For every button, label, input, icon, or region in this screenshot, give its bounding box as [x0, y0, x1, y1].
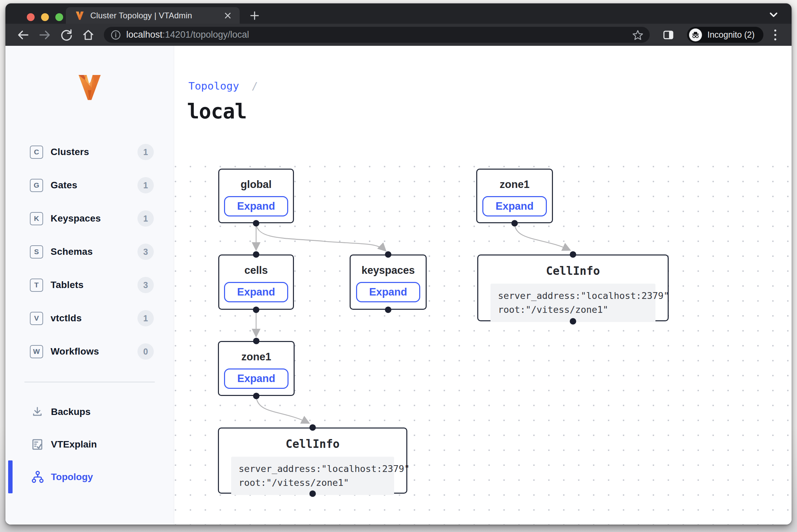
address-bar[interactable]: localhost:14201/topology/local	[104, 27, 650, 43]
tab-search-chevron-icon[interactable]	[768, 10, 779, 20]
new-tab-button[interactable]	[247, 8, 262, 23]
incognito-icon	[691, 31, 700, 39]
reload-button[interactable]	[56, 26, 77, 44]
active-nav-indicator	[8, 460, 13, 493]
expand-button[interactable]: Expand	[224, 196, 289, 216]
node-title: zone1	[477, 178, 552, 191]
side-panel-icon[interactable]	[663, 29, 674, 41]
count-badge: 1	[137, 210, 154, 227]
plus-icon	[249, 10, 260, 21]
count-badge: 1	[137, 177, 154, 193]
sidebar-item-gates[interactable]: G Gates 1	[5, 169, 174, 202]
sidebar: C Clusters 1 G Gates 1 K Keyspaces 1	[5, 46, 174, 525]
sidebar-item-clusters[interactable]: C Clusters 1	[5, 135, 174, 169]
tab-title: Cluster Topology | VTAdmin	[90, 11, 192, 20]
count-badge: 0	[137, 343, 154, 360]
sidebar-item-label: Schemas	[51, 246, 93, 257]
sidebar-item-tablets[interactable]: T Tablets 3	[5, 268, 174, 302]
incognito-badge[interactable]: Incognito (2)	[687, 27, 763, 43]
back-button[interactable]	[12, 26, 34, 44]
clusters-letter-icon: C	[30, 146, 43, 159]
window-maximize-button[interactable]	[55, 13, 63, 21]
vitess-favicon-icon	[75, 11, 85, 21]
expand-button[interactable]: Expand	[356, 282, 421, 302]
browser-window: Cluster Topology | VTAdmin	[5, 3, 792, 525]
back-arrow-icon	[16, 28, 30, 42]
node-global: global Expand	[218, 169, 294, 223]
url-host: localhost	[126, 30, 163, 40]
browser-menu-button[interactable]	[774, 30, 777, 40]
topology-canvas[interactable]: global Expand zone1 Expand cells Expand …	[174, 154, 792, 525]
home-button[interactable]	[77, 26, 99, 44]
window-close-button[interactable]	[27, 13, 35, 21]
cellinfo-server-address: server_address:"localhost:2379"	[239, 462, 387, 476]
reload-icon	[60, 28, 73, 42]
keyspaces-letter-icon: K	[30, 212, 43, 225]
cellinfo-code: server_address:"localhost:2379" root:"/v…	[490, 284, 655, 322]
sidebar-item-label: Workflows	[51, 346, 99, 357]
node-cells: cells Expand	[218, 254, 294, 310]
sidebar-tools: Backups VTExplain	[5, 396, 174, 493]
sidebar-item-label: Tablets	[51, 280, 84, 290]
gates-letter-icon: G	[30, 179, 43, 192]
node-zone1-right: zone1 Expand	[476, 169, 553, 223]
sidebar-item-label: Keyspaces	[51, 213, 101, 224]
download-icon	[31, 405, 44, 419]
incognito-label: Incognito (2)	[707, 30, 755, 40]
sidebar-item-label: VTExplain	[51, 439, 97, 450]
schemas-letter-icon: S	[30, 245, 43, 259]
count-badge: 3	[137, 244, 154, 260]
sidebar-item-label: Gates	[51, 180, 77, 191]
tab-strip: Cluster Topology | VTAdmin	[5, 3, 792, 24]
edge-zone1-cellinfo-right	[515, 224, 570, 250]
browser-toolbar: localhost:14201/topology/local	[5, 24, 792, 46]
forward-button[interactable]	[34, 26, 56, 44]
node-cellinfo-right: CellInfo server_address:"localhost:2379"…	[477, 254, 669, 321]
window-minimize-button[interactable]	[41, 13, 49, 21]
sidebar-item-schemas[interactable]: S Schemas 3	[5, 235, 174, 268]
expand-button[interactable]: Expand	[482, 196, 547, 216]
sidebar-item-label: Clusters	[51, 147, 89, 157]
tab-close-icon[interactable]	[223, 11, 232, 20]
expand-button[interactable]: Expand	[224, 282, 289, 302]
sidebar-item-backups[interactable]: Backups	[5, 396, 174, 428]
sidebar-nav: C Clusters 1 G Gates 1 K Keyspaces 1	[5, 135, 174, 368]
node-title: keyspaces	[351, 264, 426, 277]
document-check-icon	[31, 438, 44, 451]
sidebar-item-vtexplain[interactable]: VTExplain	[5, 428, 174, 461]
sidebar-item-topology[interactable]: Topology	[5, 461, 174, 493]
topology-icon	[31, 470, 44, 484]
node-title: cells	[219, 264, 293, 277]
sidebar-item-label: vtctlds	[51, 313, 82, 324]
node-title: CellInfo	[478, 264, 668, 278]
node-title: global	[219, 178, 293, 191]
sidebar-item-label: Topology	[51, 472, 93, 482]
cellinfo-root: root:"/vitess/zone1"	[239, 476, 387, 490]
count-badge: 1	[137, 310, 154, 326]
breadcrumb: Topology /	[188, 80, 258, 92]
vtctlds-letter-icon: V	[30, 312, 43, 325]
browser-tab[interactable]: Cluster Topology | VTAdmin	[66, 7, 240, 24]
node-keyspaces: keyspaces Expand	[350, 254, 427, 310]
breadcrumb-topology-link[interactable]: Topology	[188, 80, 239, 92]
expand-button[interactable]: Expand	[224, 368, 289, 389]
tablets-letter-icon: T	[30, 279, 43, 292]
bookmark-star-icon[interactable]	[632, 29, 644, 41]
sidebar-item-vtctlds[interactable]: V vtctlds 1	[5, 302, 174, 335]
node-cellinfo-bottom: CellInfo server_address:"localhost:2379"…	[218, 428, 407, 494]
sidebar-divider	[24, 382, 155, 382]
node-title: zone1	[219, 351, 294, 363]
url-text: localhost:14201/topology/local	[126, 30, 249, 40]
node-zone1-left: zone1 Expand	[218, 341, 295, 396]
sidebar-item-label: Backups	[51, 406, 91, 417]
sidebar-item-keyspaces[interactable]: K Keyspaces 1	[5, 202, 174, 235]
node-title: CellInfo	[219, 437, 406, 451]
count-badge: 3	[137, 277, 154, 293]
site-info-icon[interactable]	[111, 30, 121, 40]
edge-zone1-cellinfo-bottom	[256, 397, 309, 423]
cellinfo-code: server_address:"localhost:2379" root:"/v…	[231, 457, 394, 495]
sidebar-item-workflows[interactable]: W Workflows 0	[5, 335, 174, 368]
workflows-letter-icon: W	[30, 345, 43, 358]
desktop: Cluster Topology | VTAdmin	[0, 0, 797, 532]
vtadmin-app: C Clusters 1 G Gates 1 K Keyspaces 1	[5, 46, 792, 525]
